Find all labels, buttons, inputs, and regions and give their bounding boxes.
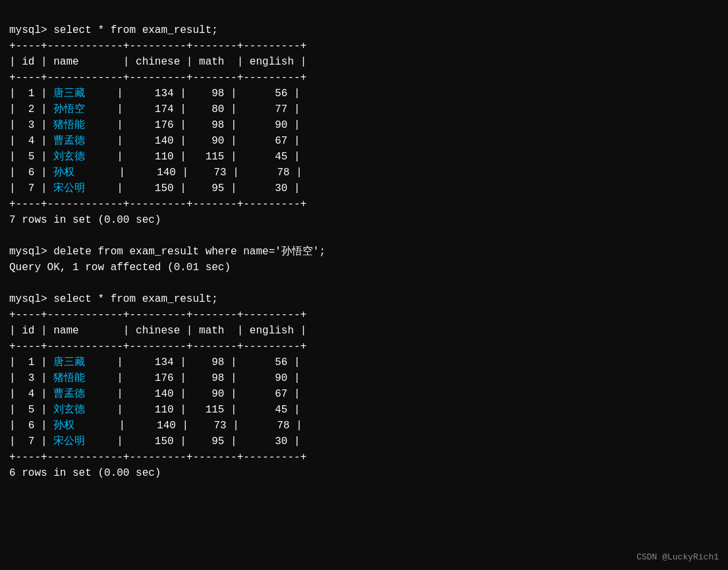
command-line-2: mysql> select * from exam_result; xyxy=(9,293,218,305)
table-row-4: | 4 | 曹孟德 | 140 | 90 | 67 | xyxy=(9,135,300,147)
delete-command: mysql> delete from exam_result where nam… xyxy=(9,246,325,258)
table-row-11: | 5 | 刘玄德 | 110 | 115 | 45 | xyxy=(9,404,300,416)
table-row-1: | 1 | 唐三藏 | 134 | 98 | 56 | xyxy=(9,88,300,100)
table-header-2: | id | name | chinese | math | english | xyxy=(9,325,306,337)
table-sep-6: +----+------------+---------+-------+---… xyxy=(9,451,306,463)
table-row-2: | 2 | 孙悟空 | 174 | 80 | 77 | xyxy=(9,103,300,115)
table-row-10: | 4 | 曹孟德 | 140 | 90 | 67 | xyxy=(9,388,300,400)
row-count-1: 7 rows in set (0.00 sec) xyxy=(9,214,161,226)
table-sep-1: +----+------------+---------+-------+---… xyxy=(9,40,306,52)
table-row-5: | 5 | 刘玄德 | 110 | 115 | 45 | xyxy=(9,151,300,163)
command-line-1: mysql> select * from exam_result; xyxy=(9,24,218,36)
table-sep-2: +----+------------+---------+-------+---… xyxy=(9,72,306,84)
terminal-output: mysql> select * from exam_result; +----+… xyxy=(9,7,719,481)
table-row-13: | 7 | 宋公明 | 150 | 95 | 30 | xyxy=(9,436,300,447)
table-row-7: | 7 | 宋公明 | 150 | 95 | 30 | xyxy=(9,183,300,194)
table-row-12: | 6 | 孙权 | 140 | 73 | 78 | xyxy=(9,420,302,432)
table-sep-4: +----+------------+---------+-------+---… xyxy=(9,309,306,321)
table-sep-5: +----+------------+---------+-------+---… xyxy=(9,341,306,353)
table-row-9: | 3 | 猪悟能 | 176 | 98 | 90 | xyxy=(9,372,300,384)
table-sep-3: +----+------------+---------+-------+---… xyxy=(9,198,306,210)
table-row-6: | 6 | 孙权 | 140 | 73 | 78 | xyxy=(9,167,302,179)
row-count-2: 6 rows in set (0.00 sec) xyxy=(9,467,161,479)
query-ok: Query OK, 1 row affected (0.01 sec) xyxy=(9,262,231,273)
watermark: CSDN @LuckyRich1 xyxy=(636,551,719,564)
table-row-8: | 1 | 唐三藏 | 134 | 98 | 56 | xyxy=(9,356,300,368)
table-row-3: | 3 | 猪悟能 | 176 | 98 | 90 | xyxy=(9,119,300,131)
table-header-1: | id | name | chinese | math | english | xyxy=(9,56,306,68)
